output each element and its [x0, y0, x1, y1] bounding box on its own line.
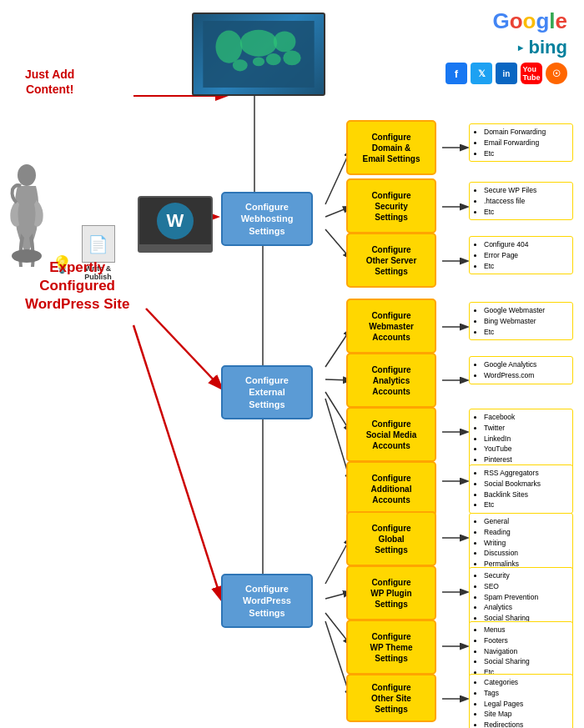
configure-wordpress-box[interactable]: ConfigureWordPressSettings	[221, 574, 313, 628]
webmaster-bullets: Google Webmaster Bing Webmaster Etc	[469, 302, 573, 340]
svg-point-35	[253, 58, 264, 67]
wordpress-logo: W	[157, 203, 194, 239]
additional-bullets: RSS Aggregators Social Bookmarks Backlin…	[469, 464, 573, 514]
svg-point-36	[266, 53, 281, 65]
facebook-icon: f	[446, 63, 467, 84]
other-site-bullets: Categories Tags Legal Pages Site Map Red…	[469, 674, 573, 728]
configure-security-box[interactable]: ConfigureSecuritySettings	[346, 178, 436, 233]
social-media-bullets: Facebook Twitter LinkedIn YouTube Pinter…	[469, 409, 573, 469]
thinker-statue	[4, 163, 50, 267]
wordpress-laptop: W	[138, 196, 213, 253]
social-icons-row: f 𝕏 in YouTube ☉	[446, 63, 567, 84]
svg-point-31	[240, 30, 277, 57]
svg-point-32	[274, 31, 296, 52]
linkedin-icon: in	[496, 63, 517, 84]
top-logos: Google ► bing f 𝕏 in YouTube ☉	[446, 8, 567, 84]
just-add-content-label: Just AddContent!	[25, 67, 74, 97]
analytics-bullets: Google Analytics WordPress.com	[469, 356, 573, 384]
other-server-bullets: Configure 404 Error Page Etc	[469, 236, 573, 274]
rss-icon: ☉	[546, 63, 567, 84]
configure-webhosting-box[interactable]: ConfigureWebhostingSettings	[221, 192, 313, 246]
configure-webmaster-box[interactable]: ConfigureWebmasterAccounts	[346, 299, 436, 354]
configure-wp-plugin-box[interactable]: ConfigureWP PluginSettings	[346, 565, 436, 620]
svg-point-30	[215, 31, 242, 63]
domain-email-bullets: Domain Forwarding Email Forwarding Etc	[469, 123, 573, 162]
configure-additional-box[interactable]: ConfigureAdditionalAccounts	[346, 461, 436, 516]
security-bullets: Secure WP Files .htaccess file Etc	[469, 182, 573, 220]
configure-global-box[interactable]: ConfigureGlobalSettings	[346, 511, 436, 566]
youtube-icon: YouTube	[521, 63, 542, 84]
wp-plugin-bullets: Security SEO Spam Prevention Analytics S…	[469, 567, 573, 627]
configure-external-box[interactable]: ConfigureExternalSettings	[221, 365, 313, 419]
bing-logo: ► bing	[516, 37, 567, 58]
configure-wp-theme-box[interactable]: ConfigureWP ThemeSettings	[346, 620, 436, 675]
expertly-configured-label: ExpertlyConfiguredWordPress Site	[25, 259, 129, 314]
configure-analytics-box[interactable]: ConfigureAnalyticsAccounts	[346, 353, 436, 408]
configure-social-media-box[interactable]: ConfigureSocial MediaAccounts	[346, 407, 436, 462]
svg-point-37	[18, 164, 36, 186]
laptop-base	[138, 246, 213, 253]
global-bullets: General Reading Writing Discussion Perma…	[469, 513, 573, 573]
twitter-icon: 𝕏	[471, 63, 492, 84]
configure-domain-email-box[interactable]: ConfigureDomain &Email Settings	[346, 120, 436, 175]
wp-theme-bullets: Menus Footers Navigation Social Sharing …	[469, 621, 573, 681]
configure-other-server-box[interactable]: ConfigureOther ServerSettings	[346, 233, 436, 288]
page: Google ► bing f 𝕏 in YouTube ☉ Just AddC…	[0, 0, 584, 728]
document-icon: 📄	[82, 225, 115, 263]
laptop-screen: W	[138, 196, 213, 246]
configure-other-site-box[interactable]: ConfigureOther SiteSettings	[346, 674, 436, 722]
svg-line-27	[146, 309, 221, 388]
svg-line-28	[133, 325, 221, 599]
world-map	[192, 13, 325, 96]
svg-point-33	[283, 51, 300, 66]
google-logo: Google	[492, 8, 567, 34]
svg-point-34	[233, 59, 248, 71]
